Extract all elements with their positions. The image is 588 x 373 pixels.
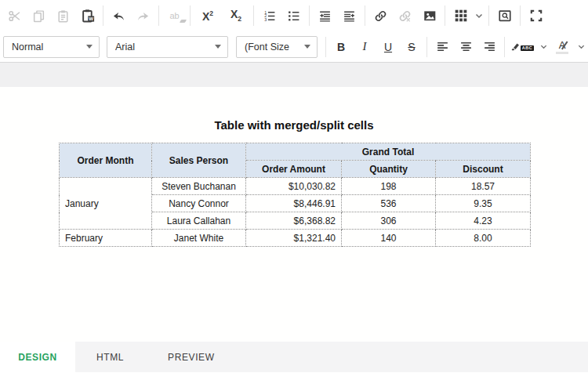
table-cell[interactable]: 140: [342, 230, 436, 247]
font-size-dropdown[interactable]: (Font Size: [236, 36, 318, 58]
table-cell[interactable]: $6,368.82: [246, 212, 342, 230]
align-left-button[interactable]: [430, 34, 454, 60]
tab-preview[interactable]: PREVIEW: [160, 352, 223, 363]
cut-icon: [8, 9, 21, 23]
toolbar-separator: [325, 37, 326, 57]
redo-button[interactable]: [131, 2, 155, 29]
tab-bar-background: HTML PREVIEW: [75, 342, 588, 372]
print-preview-button[interactable]: [492, 2, 517, 29]
table-cell[interactable]: $8,446.91: [246, 195, 342, 212]
spellcheck-icon: ab: [169, 12, 179, 20]
toolbar-separator: [488, 5, 489, 26]
table-cell[interactable]: 18.57: [436, 178, 531, 195]
table-cell[interactable]: 4.23: [436, 212, 531, 230]
toolbar-separator: [103, 5, 103, 26]
unlink-button[interactable]: [393, 2, 417, 29]
undo-icon: [111, 9, 126, 24]
undo-button[interactable]: [107, 2, 131, 29]
font-size-value: (Font Size: [245, 42, 301, 53]
table-cell[interactable]: Laura Callahan: [152, 212, 246, 230]
ordered-list-button[interactable]: 123: [257, 2, 281, 29]
fullscreen-button[interactable]: [524, 2, 548, 29]
increase-indent-button[interactable]: [337, 2, 361, 29]
table-cell[interactable]: 8.00: [436, 230, 531, 247]
insert-table-button[interactable]: [448, 2, 473, 29]
italic-button[interactable]: I: [353, 34, 376, 60]
toolbar-separator: [190, 5, 191, 26]
table-cell[interactable]: February: [60, 230, 152, 247]
table-cell[interactable]: 198: [342, 178, 436, 195]
insert-table-dropdown-button[interactable]: [473, 2, 485, 29]
table-header-cell[interactable]: Sales Person: [152, 143, 246, 178]
tab-design[interactable]: DESIGN: [0, 342, 75, 372]
table-cell[interactable]: $10,030.82: [246, 178, 342, 195]
highlight-color-dropdown-button[interactable]: [536, 34, 550, 60]
superscript-icon: X2: [202, 10, 213, 22]
ordered-list-icon: 123: [263, 9, 276, 23]
svg-text:W: W: [89, 16, 93, 21]
editor-canvas[interactable]: Table with merged/split cells Order Mont…: [0, 87, 588, 342]
redo-icon: [136, 9, 151, 24]
toolbar-separator: [158, 5, 159, 26]
table-cell[interactable]: January: [60, 178, 152, 230]
spellcheck-button[interactable]: ab: [162, 2, 187, 29]
font-color-dropdown-button[interactable]: [574, 34, 588, 60]
fullscreen-icon: [529, 9, 543, 23]
copy-button[interactable]: [27, 2, 51, 29]
subscript-button[interactable]: X2: [222, 2, 250, 29]
align-right-button[interactable]: [477, 34, 501, 60]
content-table[interactable]: Order MonthSales PersonGrand TotalOrder …: [59, 143, 531, 247]
bold-button[interactable]: B: [329, 34, 353, 60]
font-color-button[interactable]: A: [550, 34, 574, 60]
table-header-cell[interactable]: Discount: [436, 161, 531, 178]
table-cell[interactable]: $1,321.40: [246, 230, 342, 247]
insert-image-button[interactable]: [417, 2, 441, 29]
link-icon: [374, 9, 387, 23]
decrease-indent-button[interactable]: [313, 2, 337, 29]
font-color-bar: [556, 52, 568, 54]
table-cell[interactable]: 9.35: [436, 195, 531, 212]
align-left-icon: [436, 40, 449, 53]
superscript-button[interactable]: X2: [194, 2, 222, 29]
chevron-down-icon: [304, 45, 310, 49]
unlink-icon: [398, 9, 412, 23]
table-cell[interactable]: Steven Buchanan: [152, 178, 246, 195]
table-cell[interactable]: 306: [342, 212, 436, 230]
paste-from-word-button[interactable]: W: [75, 2, 100, 29]
chevron-down-icon: [474, 11, 484, 20]
align-center-icon: [459, 40, 473, 53]
table-cell[interactable]: Nancy Connor: [152, 195, 246, 212]
decrease-indent-icon: [318, 9, 332, 23]
table-cell[interactable]: 536: [342, 195, 436, 212]
rich-text-editor: W ab X2 X2 123: [0, 0, 588, 373]
table-header-cell[interactable]: Quantity: [342, 161, 436, 178]
chevron-down-icon: [539, 40, 548, 54]
font-color-icon: A: [559, 40, 566, 50]
table-header-cell[interactable]: Order Month: [60, 143, 152, 178]
align-center-button[interactable]: [454, 34, 477, 60]
table-header-cell[interactable]: Order Amount: [246, 161, 342, 178]
link-button[interactable]: [368, 2, 393, 29]
toolbar-separator: [365, 5, 365, 26]
toolbar-format: Normal Arial (Font Size B I U S: [0, 31, 588, 63]
toolbar-separator: [520, 5, 521, 26]
toolbar-separator: [426, 37, 427, 57]
align-right-icon: [483, 40, 496, 53]
document-title[interactable]: Table with merged/split cells: [0, 118, 588, 132]
bullet-list-button[interactable]: [281, 2, 306, 29]
paste-button[interactable]: [51, 2, 75, 29]
paragraph-format-value: Normal: [12, 42, 82, 53]
paragraph-format-dropdown[interactable]: Normal: [3, 36, 100, 58]
preview-magnifier-icon: [498, 9, 512, 23]
table-cell[interactable]: Janet White: [152, 230, 246, 247]
font-family-dropdown[interactable]: Arial: [107, 36, 228, 58]
cut-button[interactable]: [2, 2, 27, 29]
tab-html[interactable]: HTML: [89, 352, 132, 363]
underline-button[interactable]: U: [376, 34, 400, 60]
highlight-color-button[interactable]: ABC: [508, 34, 536, 60]
chevron-down-icon: [215, 45, 221, 49]
eraser-icon: [179, 20, 186, 23]
table-header-cell[interactable]: Grand Total: [246, 143, 531, 161]
strikethrough-button[interactable]: S: [400, 34, 423, 60]
toolbar-separator: [253, 5, 254, 26]
